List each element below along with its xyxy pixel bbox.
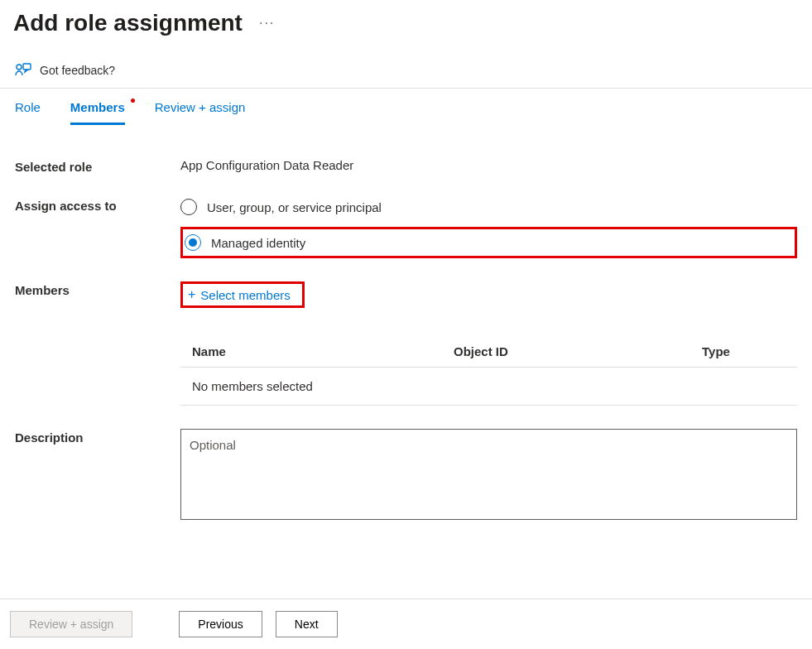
description-label: Description <box>15 429 180 522</box>
radio-user-group-sp[interactable]: User, group, or service principal <box>180 197 797 217</box>
col-header-name: Name <box>180 344 454 358</box>
page-title: Add role assignment <box>13 10 243 36</box>
more-icon[interactable]: ··· <box>259 16 275 31</box>
tab-role[interactable]: Role <box>15 100 41 125</box>
col-header-objectid: Object ID <box>454 344 702 358</box>
svg-point-0 <box>17 65 22 70</box>
svg-rect-1 <box>23 64 31 70</box>
feedback-icon <box>15 63 31 78</box>
previous-button[interactable]: Previous <box>179 611 262 637</box>
plus-icon: + <box>188 287 195 302</box>
select-members-link[interactable]: + Select members <box>188 287 291 302</box>
radio-managed-identity-label: Managed identity <box>211 236 305 250</box>
highlight-managed-identity: Managed identity <box>180 227 797 258</box>
next-button[interactable]: Next <box>276 611 338 637</box>
select-members-text: Select members <box>200 288 290 302</box>
radio-managed-identity[interactable]: Managed identity <box>185 233 312 252</box>
radio-unchecked-icon <box>180 199 197 215</box>
tabs: Role Members Review + assign <box>0 89 812 125</box>
selected-role-value: App Configuration Data Reader <box>180 158 797 174</box>
feedback-text: Got feedback? <box>40 64 115 77</box>
members-table: Name Object ID Type No members selected <box>180 336 797 406</box>
tab-members-label: Members <box>70 100 125 114</box>
col-header-type: Type <box>702 344 797 358</box>
footer: Review + assign Previous Next <box>0 599 812 649</box>
radio-checked-icon <box>185 234 201 251</box>
table-empty-row: No members selected <box>180 368 797 406</box>
radio-user-group-sp-label: User, group, or service principal <box>207 200 382 214</box>
tab-members[interactable]: Members <box>70 100 125 125</box>
assign-access-to-label: Assign access to <box>15 197 180 258</box>
tab-review-assign[interactable]: Review + assign <box>155 100 246 125</box>
members-label: Members <box>15 281 180 406</box>
review-assign-button: Review + assign <box>10 611 132 637</box>
highlight-select-members: + Select members <box>180 281 305 308</box>
feedback-link[interactable]: Got feedback? <box>0 53 812 89</box>
selected-role-label: Selected role <box>15 158 180 174</box>
tab-indicator-dot-icon <box>131 99 135 103</box>
description-textarea[interactable] <box>180 429 797 520</box>
